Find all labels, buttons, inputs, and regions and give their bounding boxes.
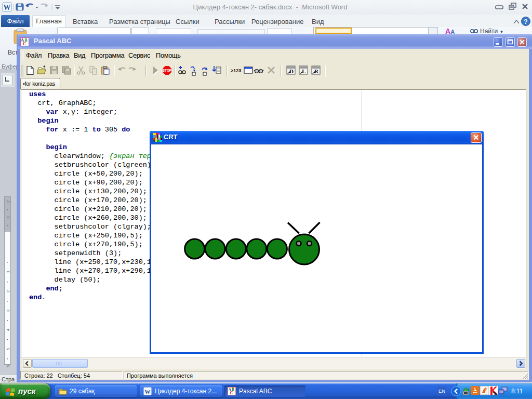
svg-text:W: W	[4, 4, 11, 11]
svg-text:C: C	[230, 391, 233, 395]
svg-text:?: ?	[524, 18, 527, 25]
svg-text:D: D	[289, 68, 294, 74]
svg-text:W: W	[145, 389, 151, 395]
svg-text:2: 2	[6, 290, 10, 292]
svg-text:C: C	[23, 41, 26, 46]
svg-text:L: L	[302, 68, 305, 74]
svg-text:R: R	[314, 68, 319, 74]
svg-text:5: 5	[6, 348, 10, 350]
svg-text:1: 1	[6, 216, 10, 218]
svg-text:3: 3	[6, 309, 10, 312]
svg-text:1: 1	[6, 270, 10, 273]
svg-text:6: 6	[6, 365, 10, 367]
svg-text:2: 2	[6, 200, 10, 203]
svg-text:>123: >123	[231, 68, 241, 73]
svg-text:4: 4	[6, 328, 10, 331]
svg-text:STOP: STOP	[163, 69, 172, 72]
